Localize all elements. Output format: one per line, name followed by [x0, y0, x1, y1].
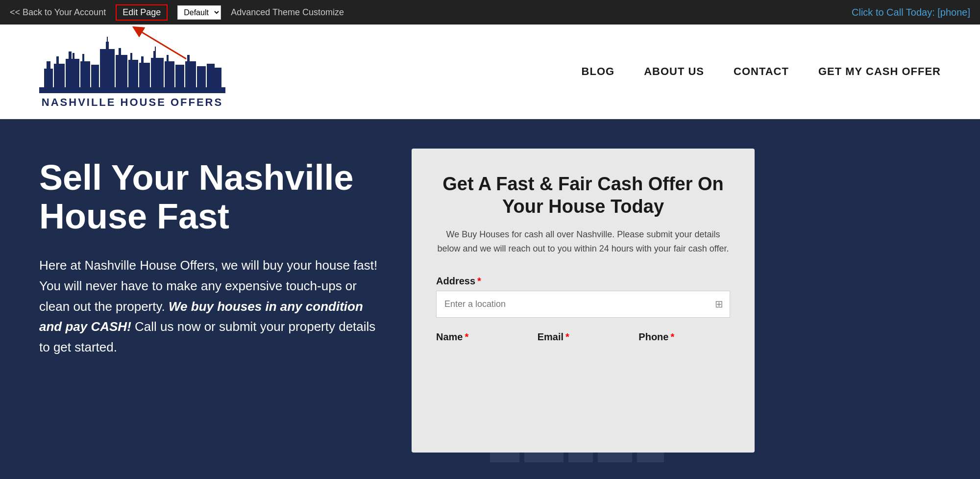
svg-rect-27 [185, 61, 196, 88]
advanced-theme-link[interactable]: Advanced Theme Customize [231, 7, 344, 18]
svg-rect-26 [175, 65, 184, 88]
svg-rect-29 [197, 66, 206, 88]
logo-text: NASHVILLE HOUSE OFFERS [42, 96, 223, 109]
svg-rect-12 [100, 49, 115, 88]
email-field-group: Email* [538, 331, 629, 347]
svg-rect-13 [106, 42, 109, 49]
address-field-group: Address* ⊞ [436, 276, 730, 318]
address-input-wrapper: ⊞ [436, 291, 730, 318]
svg-rect-22 [153, 51, 156, 58]
name-field-group: Name* [436, 331, 528, 347]
svg-rect-7 [69, 51, 72, 59]
svg-rect-20 [141, 56, 144, 63]
svg-rect-31 [215, 68, 221, 88]
svg-rect-16 [119, 48, 121, 55]
svg-rect-14 [107, 37, 108, 42]
form-card-subtitle: We Buy Houses for cash all over Nashvill… [436, 227, 730, 256]
svg-rect-17 [128, 60, 138, 88]
call-today-area: Click to Call Today: [phone] [852, 7, 970, 18]
svg-rect-30 [207, 64, 215, 88]
nav-blog[interactable]: BLOG [582, 65, 615, 78]
form-card: Get A Fast & Fair Cash Offer On Your Hou… [412, 149, 755, 453]
nav-get-offer[interactable]: GET MY CASH OFFER [818, 65, 941, 78]
svg-rect-4 [54, 64, 65, 88]
admin-bar: << Back to Your Account Edit Page Defaul… [0, 0, 980, 25]
nav-menu: BLOG ABOUT US CONTACT GET MY CASH OFFER [582, 65, 941, 78]
svg-rect-19 [139, 63, 150, 88]
svg-rect-11 [91, 65, 99, 88]
svg-rect-10 [82, 54, 84, 61]
svg-rect-3 [47, 61, 50, 69]
form-row-name-email-phone: Name* Email* Phone* [436, 331, 730, 360]
svg-rect-23 [155, 47, 156, 51]
svg-rect-24 [165, 61, 174, 88]
address-input[interactable] [436, 291, 730, 318]
svg-rect-18 [130, 53, 132, 60]
svg-rect-8 [73, 53, 74, 59]
logo-area: NASHVILLE HOUSE OFFERS [39, 34, 225, 109]
hero-section: Sell Your Nashville House Fast Here at N… [0, 119, 980, 479]
svg-rect-6 [66, 59, 79, 88]
phone-label: Phone* [638, 331, 730, 343]
hero-title: Sell Your Nashville House Fast [39, 158, 382, 236]
logo-skyline-svg [39, 34, 225, 93]
svg-rect-9 [80, 61, 90, 88]
svg-rect-5 [56, 56, 59, 64]
nav-contact[interactable]: CONTACT [734, 65, 789, 78]
theme-select[interactable]: Default [177, 5, 221, 20]
hero-body: Here at Nashville House Offers, we will … [39, 255, 382, 357]
nav-about-us[interactable]: ABOUT US [644, 65, 704, 78]
svg-rect-28 [187, 55, 190, 61]
call-today-label: Click to Call Today: [852, 7, 935, 18]
email-label: Email* [538, 331, 629, 343]
name-label: Name* [436, 331, 528, 343]
edit-page-button[interactable]: Edit Page [116, 4, 168, 21]
svg-rect-32 [39, 87, 225, 93]
svg-rect-25 [167, 55, 169, 61]
svg-rect-15 [116, 55, 127, 88]
phone-link[interactable]: [phone] [937, 7, 970, 18]
form-card-title: Get A Fast & Fair Cash Offer On Your Hou… [436, 173, 730, 218]
svg-rect-2 [44, 69, 53, 88]
svg-rect-21 [151, 58, 164, 88]
site-header: NASHVILLE HOUSE OFFERS BLOG ABOUT US CON… [0, 25, 980, 119]
address-label: Address* [436, 276, 730, 287]
back-to-account-link[interactable]: << Back to Your Account [10, 7, 106, 18]
hero-left: Sell Your Nashville House Fast Here at N… [39, 149, 382, 357]
phone-field-group: Phone* [638, 331, 730, 347]
location-icon: ⊞ [715, 298, 723, 310]
